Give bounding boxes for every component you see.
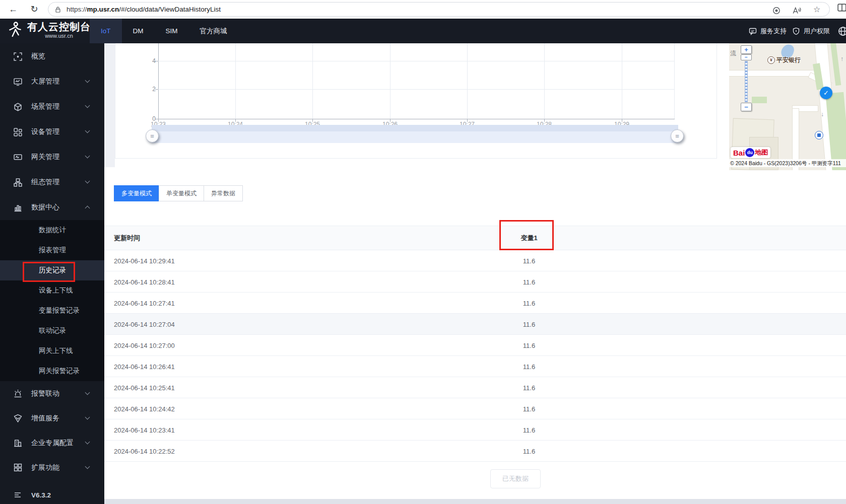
tab-single-variable-mode[interactable]: 单变量模式 — [159, 185, 204, 201]
road-arrow-up: ↑ — [840, 55, 843, 62]
gateway-icon — [14, 153, 22, 162]
red-highlight-variable1-column — [499, 220, 554, 250]
sidebar-item-label: 增值服务 — [31, 414, 59, 423]
sidebar-item-scene-mgmt[interactable]: 场景管理 — [0, 94, 104, 119]
tab-multi-variable-mode[interactable]: 多变量模式 — [114, 185, 159, 201]
usr-person-icon — [7, 21, 23, 39]
version-lines-icon — [14, 491, 22, 499]
table-row: 2024-06-14 10:27:04 11.6 — [104, 314, 846, 335]
red-highlight-history-records — [23, 262, 75, 282]
chevron-down-icon — [85, 179, 90, 184]
gridline — [390, 43, 391, 119]
gridline — [544, 43, 545, 119]
history-chart: 4 2 0 10:23 10:24 10:25 10:26 10:27 10:2… — [115, 43, 717, 159]
map-copyright: © 2024 Baidu - GS(2023)3206号 - 甲测资字111 — [729, 159, 846, 167]
browser-url-bar[interactable]: https://mp.usr.cn/#/cloud/data/ViewDataH… — [48, 2, 830, 17]
map-zoom-out-button[interactable]: − — [741, 103, 752, 111]
bus-stop-icon[interactable] — [815, 131, 823, 139]
cell-value: 11.6 — [428, 426, 630, 434]
sidebar-item-value-added-services[interactable]: 增值服务 — [0, 406, 104, 430]
gridline — [235, 43, 236, 119]
permission-link[interactable]: 用户权限 — [792, 19, 830, 43]
sidebar-item-gateway-mgmt[interactable]: 网关管理 — [0, 145, 104, 170]
bank-yen-icon: ¥ — [767, 56, 775, 64]
nav-tab-iot[interactable]: IoT — [90, 19, 122, 43]
sidebar-subitem-linkage-records[interactable]: 联动记录 — [0, 321, 104, 341]
sidebar-item-alarm-linkage[interactable]: 报警联动 — [0, 381, 104, 406]
datazoom-slider-selected[interactable] — [152, 125, 678, 131]
alarm-icon — [14, 389, 22, 398]
gridline — [158, 89, 675, 90]
gridline — [467, 43, 468, 119]
history-table: 更新时间 变量1 2024-06-14 10:29:41 11.6 2024-0… — [104, 226, 846, 462]
data-center-submenu: 数据统计 报表管理 历史记录 设备上下线 变量报警记录 联动记录 网关上下线 网… — [0, 220, 104, 381]
cell-value: 11.6 — [428, 363, 630, 370]
no-more-data-button[interactable]: 已无数据 — [490, 469, 541, 488]
cell-time: 2024-06-14 10:25:41 — [114, 384, 175, 391]
map-zoom-slider-track[interactable] — [745, 61, 748, 102]
chevron-down-icon — [85, 78, 90, 83]
nav-tab-sim[interactable]: SIM — [155, 19, 189, 43]
sidebar-item-label: 企业专属配置 — [31, 439, 74, 448]
map-zoom-in-button[interactable]: + — [741, 45, 752, 54]
cell-value: 11.6 — [428, 320, 630, 328]
table-row: 2024-06-14 10:22:52 11.6 — [104, 441, 846, 462]
sidebar-subitem-gateway-alarm-records[interactable]: 网关报警记录 — [0, 361, 104, 381]
chevron-down-icon — [85, 464, 90, 469]
map-green-area — [830, 43, 841, 86]
map-marker-check-icon[interactable]: ✓ — [820, 87, 832, 99]
map-zoom-slider-handle[interactable]: − — [741, 54, 752, 60]
nav-tab-mall[interactable]: 官方商城 — [189, 19, 238, 43]
header-nav: IoT DM SIM 官方商城 — [90, 19, 238, 43]
gridline — [158, 61, 675, 61]
baidu-map[interactable]: 流 ¥ 平安银行 ✓ ↓ ↑ + − − Bai du 地图 © 2024 Ba… — [729, 43, 846, 170]
gridline — [312, 43, 313, 119]
sidebar-item-enterprise-config[interactable]: 企业专属配置 — [0, 430, 104, 455]
lock-icon — [54, 6, 61, 13]
cell-time: 2024-06-14 10:29:41 — [114, 257, 175, 264]
cell-value: 11.6 — [428, 405, 630, 412]
bank-label: 平安银行 — [776, 56, 801, 64]
mode-tabs: 多变量模式 单变量模式 异常数据 — [114, 185, 243, 201]
horizontal-scrollbar-track[interactable] — [104, 499, 846, 504]
cell-time: 2024-06-14 10:22:52 — [114, 447, 175, 455]
table-row: 2024-06-14 10:25:41 11.6 — [104, 377, 846, 398]
datacenter-icon — [14, 203, 22, 212]
cell-value: 11.6 — [428, 341, 630, 349]
sidebar-item-label: 概览 — [31, 52, 45, 61]
globe-icon[interactable] — [838, 26, 846, 36]
app-subtitle: www.usr.cn — [27, 33, 91, 39]
split-screen-icon[interactable] — [837, 3, 846, 12]
browser-refresh-icon[interactable]: ↻ — [28, 3, 40, 15]
sidebar-subitem-report-mgmt[interactable]: 报表管理 — [0, 240, 104, 260]
tab-abnormal-data[interactable]: 异常数据 — [204, 185, 243, 201]
sidebar-item-overview[interactable]: 概览 — [0, 44, 104, 69]
table-header-row: 更新时间 变量1 — [104, 226, 846, 250]
sidebar-item-extended-functions[interactable]: 扩展功能 — [0, 455, 104, 480]
sidebar-item-device-mgmt[interactable]: 设备管理 — [0, 119, 104, 145]
read-aloud-icon[interactable] — [792, 6, 801, 15]
support-link[interactable]: 服务支持 — [749, 19, 787, 43]
cell-time: 2024-06-14 10:28:41 — [114, 278, 175, 285]
datazoom-right-handle[interactable] — [671, 129, 684, 142]
sidebar-subitem-variable-alarm-records[interactable]: 变量报警记录 — [0, 301, 104, 321]
baidu-logo: Bai du 地图 — [731, 147, 770, 158]
sidebar-item-data-center[interactable]: 数据中心 — [0, 195, 104, 220]
sidebar-item-scada-mgmt[interactable]: 组态管理 — [0, 170, 104, 195]
browser-back-icon[interactable]: ← — [7, 3, 19, 15]
y-axis-line — [158, 43, 159, 119]
cell-time: 2024-06-14 10:26:41 — [114, 363, 175, 370]
app-logo[interactable]: 有人云控制台 www.usr.cn — [7, 21, 91, 39]
sidebar-item-label: 扩展功能 — [31, 463, 59, 472]
datazoom-left-handle[interactable] — [146, 129, 159, 142]
sidebar-subitem-gateway-online-offline[interactable]: 网关上下线 — [0, 341, 104, 361]
favorite-star-icon[interactable]: ☆ — [813, 5, 822, 14]
location-pin-icon[interactable] — [772, 6, 781, 15]
sidebar-subitem-data-statistics[interactable]: 数据统计 — [0, 220, 104, 240]
nav-tab-dm[interactable]: DM — [122, 19, 155, 43]
value-service-icon — [14, 414, 22, 422]
content-gutter — [104, 43, 115, 167]
sidebar-subitem-device-online-offline[interactable]: 设备上下线 — [0, 280, 104, 301]
sidebar-item-screen-mgmt[interactable]: 大屏管理 — [0, 69, 104, 94]
device-icon — [14, 128, 22, 136]
